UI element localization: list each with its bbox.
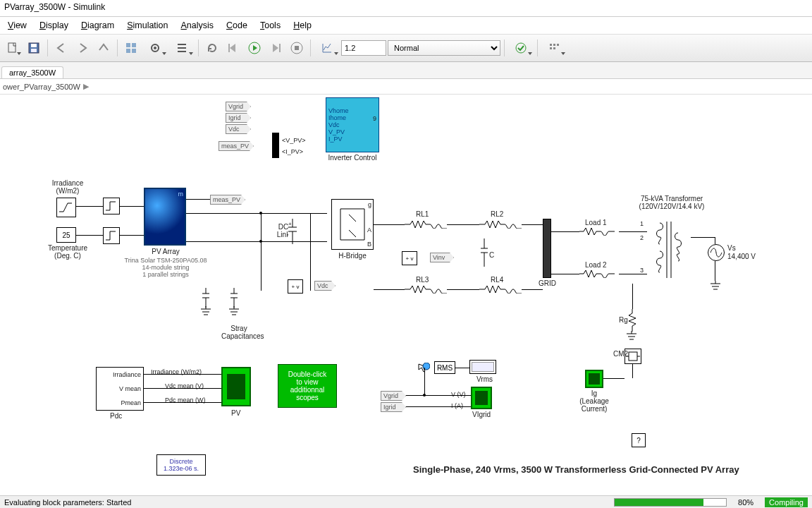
- from-tag-vgrid[interactable]: Vgrid: [226, 102, 251, 111]
- goto-tag-vdc[interactable]: Vdc: [314, 281, 336, 291]
- run-button[interactable]: [245, 38, 264, 58]
- help-block[interactable]: ?: [632, 433, 646, 447]
- pdc-block[interactable]: Irradiance V mean Pmean: [96, 367, 144, 411]
- capacitor-block[interactable]: [202, 288, 209, 308]
- temperature-constant-block[interactable]: 25: [56, 227, 76, 243]
- library-browser-button[interactable]: [121, 38, 141, 58]
- rl1-block[interactable]: [405, 220, 447, 229]
- port-label: A: [367, 226, 371, 234]
- simulink-canvas[interactable]: Vgrid Igrid Vdc meas_PV <V_PV> <I_PV> Vh…: [0, 95, 812, 495]
- forward-button[interactable]: [73, 38, 92, 58]
- rate-transition-block-1[interactable]: [103, 198, 120, 214]
- rl2-block[interactable]: [479, 220, 522, 229]
- model-tab[interactable]: array_3500W: [1, 66, 63, 78]
- model-config-button[interactable]: [142, 38, 168, 58]
- capacitor-block[interactable]: [230, 288, 238, 308]
- block-label: RL4: [491, 276, 503, 284]
- ground-icon: [227, 306, 241, 316]
- menu-code[interactable]: Code: [220, 19, 254, 32]
- block-label: PV: [231, 409, 240, 417]
- rg-block[interactable]: [629, 309, 636, 332]
- menu-tools[interactable]: Tools: [254, 19, 287, 32]
- update-diagram-button[interactable]: [202, 38, 222, 58]
- from-tag-vdc[interactable]: Vdc: [226, 124, 251, 134]
- status-mode: Compiling: [765, 497, 808, 507]
- ground-icon: [708, 281, 722, 291]
- step-forward-button[interactable]: [266, 38, 285, 58]
- stop-time-input[interactable]: [341, 40, 386, 56]
- from-tag-igrid[interactable]: Igrid: [226, 113, 251, 123]
- from-tag-meas-pv[interactable]: meas_PV: [219, 141, 254, 151]
- port-label: I_PV: [328, 135, 343, 143]
- powergui-block[interactable]: Discrete 1.323e-06 s.: [156, 454, 206, 476]
- grid-bus-block[interactable]: [543, 219, 551, 278]
- info-block[interactable]: Double-click to view additionnal scopes: [278, 364, 337, 408]
- signal-label: <I_PV>: [282, 148, 303, 155]
- block-label: RL2: [491, 210, 503, 218]
- load1-block[interactable]: [579, 227, 622, 236]
- port-label: m: [178, 190, 184, 198]
- from-tag-igrid-2[interactable]: Igrid: [381, 402, 406, 412]
- goto-tag-meas-pv[interactable]: meas_PV: [210, 195, 245, 205]
- irradiance-source-block[interactable]: [56, 198, 76, 217]
- display-block[interactable]: [469, 360, 496, 374]
- inverter-control-block[interactable]: Vhome Ihome Vdc V_PV I_PV 9: [326, 97, 379, 152]
- ground-icon: [199, 306, 213, 316]
- floppy-icon: [27, 42, 40, 54]
- build-button[interactable]: [541, 38, 567, 58]
- block-label: 14,400 V: [727, 253, 756, 260]
- arrow-up-icon: [97, 42, 110, 54]
- chart-icon: [321, 42, 333, 54]
- pv-scope-block[interactable]: [221, 367, 251, 406]
- breadcrumb-item[interactable]: ower_PVarray_3500W: [3, 83, 80, 91]
- menu-simulation[interactable]: Simulation: [121, 19, 174, 32]
- goto-tag-vinv[interactable]: Vinv: [430, 253, 454, 262]
- sim-data-inspector-button[interactable]: [314, 38, 340, 58]
- block-label: CM2: [613, 350, 628, 358]
- window-title-bar: PVarray_3500W - Simulink: [0, 0, 812, 17]
- up-button[interactable]: [94, 38, 113, 58]
- menu-diagram[interactable]: Diagram: [75, 19, 121, 32]
- transformer-block[interactable]: [647, 219, 691, 281]
- save-button[interactable]: [24, 38, 44, 58]
- rms-block[interactable]: RMS: [434, 361, 455, 374]
- voltage-sensor-vdc[interactable]: + v: [288, 279, 303, 294]
- block-label: Stray Capacitances: [221, 325, 257, 340]
- vigrid-scope-block[interactable]: [471, 387, 492, 409]
- block-label: RL1: [416, 210, 429, 218]
- ig-scope-block[interactable]: [585, 370, 603, 388]
- new-model-button[interactable]: [3, 38, 23, 58]
- c-block[interactable]: [481, 238, 488, 267]
- status-message: Evaluating block parameters: Started: [4, 498, 131, 507]
- block-label: Ig (Leakage Current): [574, 389, 615, 413]
- port-label: Vdc: [328, 121, 340, 128]
- step-icon: [104, 199, 118, 213]
- pv-array-block[interactable]: m: [144, 188, 186, 246]
- stop-button[interactable]: [287, 38, 307, 58]
- back-button[interactable]: [51, 38, 71, 58]
- load2-block[interactable]: [579, 270, 622, 278]
- dc-link-cap[interactable]: +: [288, 219, 297, 244]
- step-back-button[interactable]: [223, 38, 243, 58]
- menu-display[interactable]: Display: [33, 19, 75, 32]
- block-label: Inverter Control: [326, 154, 379, 162]
- port-label: Irradiance: [113, 371, 141, 378]
- simulation-mode-select[interactable]: Normal: [388, 40, 500, 56]
- status-bar: Evaluating block parameters: Started 80%…: [0, 495, 812, 508]
- menu-help[interactable]: Help: [287, 19, 318, 32]
- menu-view[interactable]: View: [1, 19, 33, 32]
- model-explorer-button[interactable]: [169, 38, 195, 58]
- from-tag-vgrid-2[interactable]: Vgrid: [381, 391, 406, 401]
- svg-rect-0: [8, 43, 16, 52]
- rate-transition-block-2[interactable]: [103, 227, 120, 244]
- block-label: 75-kVA Transformer (120V/120V/14.4 kV): [633, 195, 710, 210]
- rl3-block[interactable]: [405, 285, 447, 294]
- menu-analysis[interactable]: Analysis: [175, 19, 221, 32]
- voltage-sensor-vinv[interactable]: + v: [402, 251, 417, 265]
- h-bridge-block[interactable]: g A B: [331, 199, 374, 250]
- port-label: 9: [373, 115, 376, 122]
- vs-source-block[interactable]: [708, 244, 725, 261]
- fast-restart-button[interactable]: [508, 38, 534, 58]
- bus-selector-block[interactable]: [272, 133, 279, 158]
- rl4-block[interactable]: [479, 285, 522, 294]
